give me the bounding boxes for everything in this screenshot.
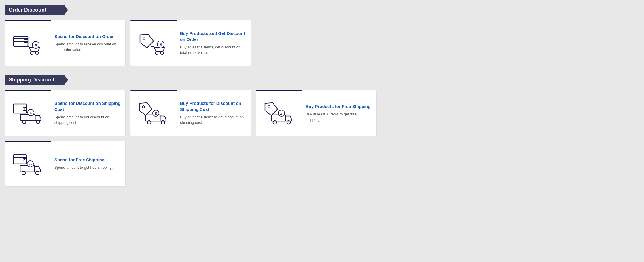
shipping-discount-cards: % Spend for Discount on Shipping Cost Sp…: [5, 90, 639, 136]
svg-point-17: [24, 109, 25, 110]
svg-text:%: %: [30, 111, 32, 115]
card-title-spend-discount-order: Spend for Discount on Order: [54, 33, 121, 39]
wallet-cart-percent-icon: %: [12, 31, 44, 56]
svg-point-4: [25, 41, 26, 42]
tag-truck-free-icon: 0:-: [263, 100, 295, 126]
card-title-buy-products-discount-shipping: Buy Products for Discount on Shipping Co…: [180, 100, 246, 112]
card-buy-products-discount-shipping[interactable]: % Buy Products for Discount on Shipping …: [130, 90, 251, 136]
wallet-truck-free-icon: 0:-: [12, 151, 44, 177]
card-desc-buy-products-free-shipping: Buy at least X items to get free shippin…: [306, 112, 372, 123]
card-desc-spend-discount-shipping: Spend amount to get discount on shipping…: [54, 115, 121, 126]
order-discount-cards: % Spend for Discount on Order Spend amou…: [5, 20, 639, 66]
card-title-buy-products-discount-order: Buy Products and Get Discount on Order: [180, 30, 246, 42]
card-desc-buy-products-discount-order: Buy at least X items, get discount on to…: [180, 45, 246, 56]
card-buy-products-free-shipping[interactable]: 0:- Buy Products for Free Shipping Buy a…: [256, 90, 377, 136]
svg-text:0:-: 0:-: [280, 112, 283, 115]
card-desc-spend-free-shipping: Spend amount to get free shipping.: [54, 165, 113, 170]
svg-text:0:-: 0:-: [29, 163, 32, 166]
tag-cart-percent-icon: %: [138, 31, 169, 56]
card-icon-buy-products-free-shipping: 0:-: [256, 90, 302, 136]
card-icon-spend-discount-order: %: [5, 20, 51, 66]
card-spend-free-shipping[interactable]: 0:- Spend for Free Shipping Spend amount…: [5, 141, 126, 187]
svg-text:%: %: [35, 43, 37, 47]
card-content-spend-discount-order: Spend for Discount on Order Spend amount…: [51, 20, 125, 66]
wallet-truck-percent-icon: %: [12, 100, 44, 126]
card-content-spend-free-shipping: Spend for Free Shipping Spend amount to …: [51, 141, 117, 186]
order-discount-title: Order Discount: [9, 7, 46, 13]
svg-point-6: [36, 52, 39, 54]
card-content-buy-products-free-shipping: Buy Products for Free Shipping Buy at le…: [302, 90, 376, 136]
order-discount-section: Order Discount: [5, 5, 639, 66]
card-content-spend-discount-shipping: Spend for Discount on Shipping Cost Spen…: [51, 90, 125, 136]
card-spend-discount-order[interactable]: % Spend for Discount on Order Spend amou…: [5, 20, 126, 66]
card-desc-spend-discount-order: Spend amount to receive discount on tota…: [54, 42, 121, 53]
card-title-spend-free-shipping: Spend for Free Shipping: [54, 157, 113, 163]
card-icon-spend-free-shipping: 0:-: [5, 141, 51, 186]
shipping-discount-cards-row2: 0:- Spend for Free Shipping Spend amount…: [5, 141, 639, 187]
tag-truck-percent-icon: %: [138, 100, 169, 126]
svg-point-23: [142, 106, 145, 108]
card-icon-buy-products-discount-shipping: %: [130, 90, 177, 136]
card-content-buy-products-discount-shipping: Buy Products for Discount on Shipping Co…: [177, 90, 251, 136]
card-title-spend-discount-shipping: Spend for Discount on Shipping Cost: [54, 100, 121, 112]
svg-text:%: %: [160, 43, 162, 46]
svg-point-38: [24, 159, 25, 160]
svg-point-29: [268, 106, 270, 108]
svg-text:%: %: [155, 112, 157, 115]
shipping-discount-title: Shipping Discount: [9, 77, 54, 83]
card-desc-buy-products-discount-shipping: Buy at least X items to get discount on …: [180, 115, 246, 126]
order-discount-header: Order Discount: [5, 5, 68, 15]
card-spend-discount-shipping[interactable]: % Spend for Discount on Shipping Cost Sp…: [5, 90, 126, 136]
shipping-discount-section: Shipping Discount: [5, 75, 639, 187]
card-icon-buy-products-discount-order: %: [130, 20, 177, 66]
card-content-buy-products-discount-order: Buy Products and Get Discount on Order B…: [177, 20, 251, 66]
svg-point-5: [30, 52, 33, 54]
svg-point-11: [161, 52, 164, 54]
svg-point-10: [155, 52, 158, 54]
shipping-discount-header: Shipping Discount: [5, 75, 68, 85]
card-title-buy-products-free-shipping: Buy Products for Free Shipping: [306, 103, 372, 109]
svg-point-9: [143, 37, 145, 39]
card-icon-spend-discount-shipping: %: [5, 90, 51, 136]
card-buy-products-discount-order[interactable]: % Buy Products and Get Discount on Order…: [130, 20, 251, 66]
